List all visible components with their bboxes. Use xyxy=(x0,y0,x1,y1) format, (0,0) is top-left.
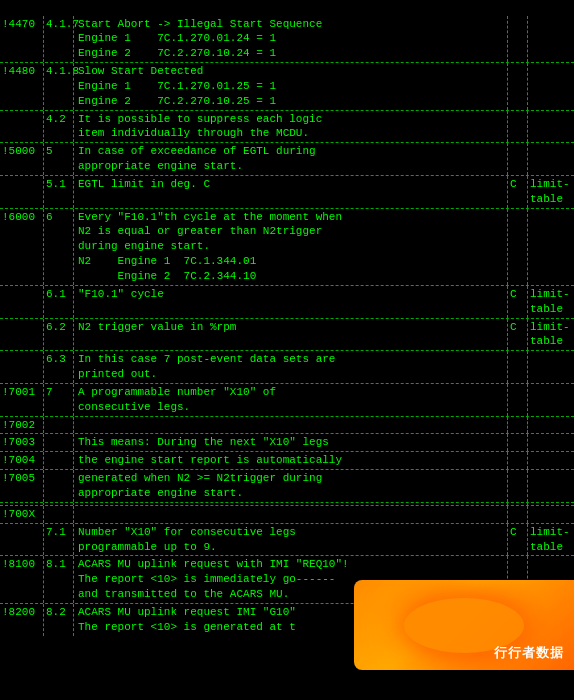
row-number xyxy=(44,417,74,434)
row-number: 5.1 xyxy=(44,176,74,208)
table-row: !700X xyxy=(0,506,574,524)
row-text: EGTL limit in deg. C xyxy=(74,176,508,208)
row-number: 6.2 xyxy=(44,319,74,351)
table-row: 7.1Number "X10" for consecutive legs pro… xyxy=(0,524,574,557)
row-number: 7 xyxy=(44,384,74,416)
row-c: C xyxy=(508,176,528,208)
row-number xyxy=(44,506,74,523)
row-text: Start Abort -> Illegal Start Sequence En… xyxy=(74,16,508,63)
row-id: !7005 xyxy=(0,470,44,502)
row-c xyxy=(508,470,528,502)
row-limit xyxy=(528,434,574,451)
row-text: In this case 7 post-event data sets are … xyxy=(74,351,508,383)
row-limit xyxy=(528,351,574,383)
table-row: 4.2It is possible to suppress each logic… xyxy=(0,111,574,144)
row-c: C xyxy=(508,524,528,556)
main-content: !44704.1.7Start Abort -> Illegal Start S… xyxy=(0,0,574,636)
row-number xyxy=(44,503,74,505)
row-c xyxy=(508,417,528,434)
row-text: It is possible to suppress each logic it… xyxy=(74,111,508,143)
row-text: Every "F10.1"th cycle at the moment when… xyxy=(74,209,508,285)
row-c xyxy=(508,503,528,505)
row-text: N2 trigger value in %rpm xyxy=(74,319,508,351)
table-row: 6.3In this case 7 post-event data sets a… xyxy=(0,351,574,384)
table-row: !50005In case of exceedance of EGTL duri… xyxy=(0,143,574,176)
row-id: !7003 xyxy=(0,434,44,451)
row-limit xyxy=(528,470,574,502)
row-c: C xyxy=(508,319,528,351)
row-limit xyxy=(528,63,574,110)
row-limit: limit- table xyxy=(528,176,574,208)
row-id: !8200 xyxy=(0,604,44,636)
row-c: C xyxy=(508,286,528,318)
row-id xyxy=(0,111,44,143)
row-number: 5 xyxy=(44,143,74,175)
row-c xyxy=(508,16,528,63)
row-c xyxy=(508,63,528,110)
row-number xyxy=(44,452,74,469)
row-c xyxy=(508,209,528,285)
row-id: !4480 xyxy=(0,63,44,110)
row-id: !7001 xyxy=(0,384,44,416)
row-c xyxy=(508,384,528,416)
row-text xyxy=(74,503,508,505)
table-row: !7004the engine start report is automati… xyxy=(0,452,574,470)
row-number: 4.2 xyxy=(44,111,74,143)
row-text xyxy=(74,506,508,523)
row-id: !4470 xyxy=(0,16,44,63)
table-row: !44804.1.8Slow Start Detected Engine 1 7… xyxy=(0,63,574,111)
row-text: This means: During the next "X10" legs xyxy=(74,434,508,451)
overlay-banner: 行行者数据 xyxy=(354,580,574,670)
overlay-text: 行行者数据 xyxy=(494,644,564,662)
row-text xyxy=(74,417,508,434)
row-number xyxy=(44,470,74,502)
row-limit xyxy=(528,209,574,285)
row-id: !5000 xyxy=(0,143,44,175)
row-text: Number "X10" for consecutive legs progra… xyxy=(74,524,508,556)
row-limit xyxy=(528,384,574,416)
row-text: A programmable number "X10" of consecuti… xyxy=(74,384,508,416)
row-c xyxy=(508,351,528,383)
row-limit: limit- table xyxy=(528,319,574,351)
row-text: generated when N2 >= N2trigger during ap… xyxy=(74,470,508,502)
table-row: !44704.1.7Start Abort -> Illegal Start S… xyxy=(0,16,574,64)
row-c xyxy=(508,143,528,175)
row-text: Slow Start Detected Engine 1 7C.1.270.01… xyxy=(74,63,508,110)
row-id xyxy=(0,351,44,383)
row-limit xyxy=(528,143,574,175)
row-number: 8.1 xyxy=(44,556,74,603)
row-number: 6.3 xyxy=(44,351,74,383)
table-row: !70017A programmable number "X10" of con… xyxy=(0,384,574,417)
row-limit: limit- table xyxy=(528,524,574,556)
row-id: !8100 xyxy=(0,556,44,603)
table-row: 6.2N2 trigger value in %rpmClimit- table xyxy=(0,319,574,352)
row-id xyxy=(0,286,44,318)
row-limit xyxy=(528,16,574,63)
row-limit xyxy=(528,452,574,469)
table-row: 5.1EGTL limit in deg. CClimit- table xyxy=(0,176,574,209)
table-row: !7005generated when N2 >= N2trigger duri… xyxy=(0,470,574,503)
row-text: In case of exceedance of EGTL during app… xyxy=(74,143,508,175)
row-limit xyxy=(528,111,574,143)
row-id: !700X xyxy=(0,506,44,523)
row-c xyxy=(508,506,528,523)
table-row: !7003This means: During the next "X10" l… xyxy=(0,434,574,452)
row-number: 4.1.8 xyxy=(44,63,74,110)
table-row: !7002 xyxy=(0,417,574,435)
row-limit xyxy=(528,417,574,434)
row-limit: limit- table xyxy=(528,286,574,318)
row-c xyxy=(508,111,528,143)
row-c xyxy=(508,434,528,451)
row-number: 8.2 xyxy=(44,604,74,636)
row-text: "F10.1" cycle xyxy=(74,286,508,318)
row-number: 6.1 xyxy=(44,286,74,318)
table-row: 6.1"F10.1" cycleClimit- table xyxy=(0,286,574,319)
row-id xyxy=(0,176,44,208)
row-number: 4.1.7 xyxy=(44,16,74,63)
row-c xyxy=(508,452,528,469)
row-id xyxy=(0,319,44,351)
row-id: !6000 xyxy=(0,209,44,285)
row-id xyxy=(0,524,44,556)
row-number xyxy=(44,434,74,451)
row-id xyxy=(0,503,44,505)
